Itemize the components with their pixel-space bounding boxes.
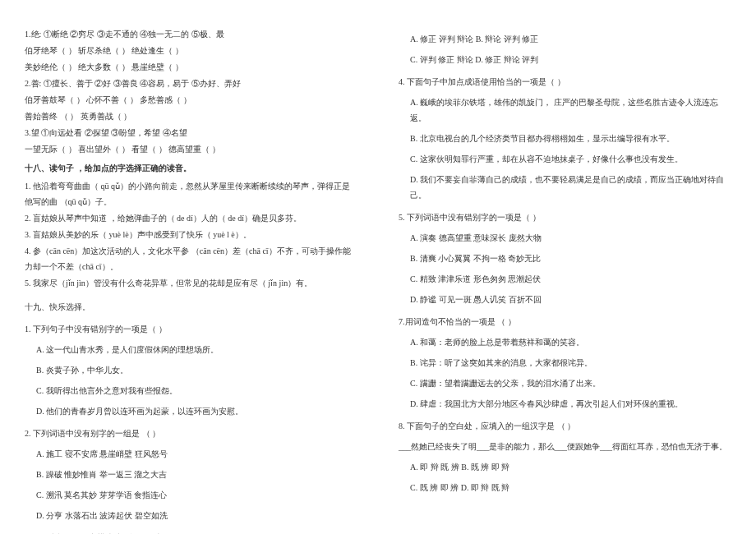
q19-3: 3.依次填入下列句中横线处的词，恰当的一组是（ ） [25, 530, 357, 534]
q19-2-a: A. 施工 寝不安席 悬崖峭壁 狂风怒号 [25, 446, 357, 462]
q4-d: D. 我们不要妄自菲薄自己的成绩，也不要轻易满足是自己的成绩，而应当正确地对待自… [399, 172, 731, 203]
q7-a: A. 和蔼：老师的脸上总是带着慈祥和蔼的笑容。 [399, 334, 731, 350]
q8-ab: A. 即 辩 既 辨 B. 既 辨 即 辩 [399, 459, 731, 475]
q5-a: A. 演奏 德高望重 意味深长 庞然大物 [399, 230, 731, 246]
q19-2-d: D. 分亨 水落石出 波涛起伏 碧空如洗 [25, 508, 357, 523]
q19-1-c: C. 我听得出他言外之意对我有些报怨。 [25, 383, 357, 398]
q19-1-b: B. 炎黄子孙，中华儿女。 [25, 362, 357, 378]
q19-1-a: A. 这一代山青水秀，是人们度假休闲的理想场所。 [25, 342, 357, 357]
q18-l1: 1. 他沿着弯弯曲曲（ qū qǔ）的小路向前走，忽然从茅屋里传来断断续续的琴声… [25, 178, 357, 209]
q1-line2: 美妙绝伦（ ） 绝大多数（ ） 悬崖绝壁（ ） [25, 59, 357, 75]
q7-c: C. 蹒跚：望着蹒跚远去的父亲，我的泪水涌了出来。 [399, 375, 731, 391]
q8-cd: C. 既 辨 即 辨 D. 即 辩 既 辩 [399, 480, 731, 495]
q4-b: B. 北京电视台的几个经济类节目都办得栩栩如生，显示出编导很有水平。 [399, 131, 731, 146]
q1-header: 1.绝: ①断绝 ②穷尽 ③走不通的 ④独一无二的 ⑤极、最 [25, 26, 357, 42]
q2-line1: 伯牙善鼓琴（ ） 心怀不善（ ） 多愁善感（ ） [25, 92, 357, 108]
q19-2-b: B. 躁破 惟妙惟肖 举一返三 溜之大吉 [25, 467, 357, 482]
left-column: 1.绝: ①断绝 ②穷尽 ③走不通的 ④独一无二的 ⑤极、最 伯牙绝琴（ ） 斩… [25, 26, 378, 518]
q8-text: ___然她已经丧失了明___是非的能力，那么___便跟她争___得面红耳赤，恐怕… [399, 439, 731, 454]
q19-1-d: D. 他们的青春岁月曾以连环画为起蒙，以连环画为安慰。 [25, 403, 357, 419]
q5-b: B. 清爽 小心翼翼 不拘一格 奇妙无比 [399, 251, 731, 266]
q3-header: 3.望 ①向远处看 ②探望 ③盼望，希望 ④名望 [25, 125, 357, 140]
q19-2-c: C. 溯汛 莫名其妙 芽芽学语 食指连心 [25, 487, 357, 503]
q18-l4: 4. 参（cān cēn）加这次活动的人，文化水平参 （cān cēn）差（ch… [25, 243, 357, 274]
q7: 7.用词造句不恰当的一项是 （ ） [399, 314, 731, 329]
q4: 4. 下面句子中加点成语使用恰当的一项是（ ） [399, 74, 731, 90]
q3-line1: 一望无际（ ） 喜出望外（ ） 看望（ ） 德高望重（ ） [25, 141, 357, 157]
q19-3-cd: C. 评判 修正 辩论 D. 修正 辩论 评判 [399, 52, 731, 67]
q2-line2: 善始善终 （ ） 英勇善战（ ） [25, 108, 357, 124]
q2-header: 2.善: ①擅长、善于 ②好 ③善良 ④容易，易于 ⑤办好、弄好 [25, 76, 357, 91]
q5: 5. 下列词语中没有错别字的一项是（ ） [399, 209, 731, 225]
q19-3-ab: A. 修正 评判 辩论 B. 辩论 评判 修正 [399, 31, 731, 47]
q8: 8. 下面句子的空白处，应填入的一组汉字是 （ ） [399, 418, 731, 434]
q7-b: B. 诧异：听了这突如其来的消息，大家都很诧异。 [399, 355, 731, 371]
q19-2: 2. 下列词语中没有别字的一组是 （ ） [25, 426, 357, 441]
q19-1: 1. 下列句子中没有错别字的一项是（ ） [25, 321, 357, 337]
right-column: A. 修正 评判 辩论 B. 辩论 评判 修正 C. 评判 修正 辩论 D. 修… [378, 26, 731, 518]
q18-l5: 5. 我家尽（jǐn jìn）管没有什么奇花异草，但常见的花却是应有尽（ jǐn… [25, 275, 357, 291]
q4-a: A. 巍峨的埃菲尔铁塔，雄伟的凯旋门， 庄严的巴黎圣母院，这些名胜古迹令人流连忘… [399, 94, 731, 126]
q5-d: D. 静谧 可见一斑 愚人讥笑 百折不回 [399, 292, 731, 307]
q18-title: 十八、读句子 ，给加点的字选择正确的读音。 [25, 160, 357, 176]
q1-line1: 伯牙绝琴（ ） 斩尽杀绝（ ） 绝处逢生（ ） [25, 43, 357, 58]
q18-l3: 3. 盲姑娘从美妙的乐（ yuè lè）声中感受到了快乐（ yuè l è）。 [25, 227, 357, 242]
q4-c: C. 这家伙明知罪行严重，却在从容不迫地抹桌子，好像什么事也没有发生。 [399, 151, 731, 167]
q18-l2: 2. 盲姑娘从琴声中知道 ，给她弹曲子的（ de dí）人的（ de dí）确是… [25, 210, 357, 226]
q7-d: D. 肆虐：我国北方大部分地区今春风沙肆虐，再次引起人们对环保的重视。 [399, 396, 731, 412]
q19-title: 十九、快乐选择。 [25, 299, 357, 315]
q5-c: C. 精致 津津乐道 形色匆匆 思潮起伏 [399, 271, 731, 287]
